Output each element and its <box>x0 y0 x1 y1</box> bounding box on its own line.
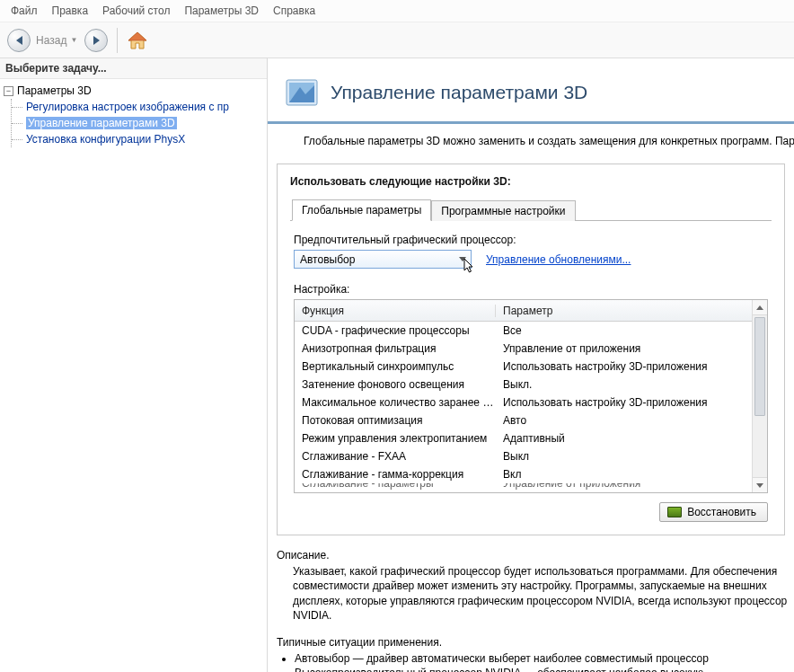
scroll-up-button[interactable] <box>753 300 767 315</box>
manage-updates-link[interactable]: Управление обновлениями... <box>486 253 631 266</box>
description-block: Описание. Указывает, какой графический п… <box>268 535 794 672</box>
nav-toolbar: Назад ▼ <box>0 22 794 58</box>
cell-function: Потоковая оптимизация <box>295 414 496 427</box>
svg-marker-1 <box>128 32 146 40</box>
page-title: Управление параметрами 3D <box>331 82 587 103</box>
tree-item-adjust-image[interactable]: Регулировка настроек изображения с пр <box>26 101 229 113</box>
table-row[interactable]: Сглаживание - гамма-коррекцияВкл <box>295 465 767 483</box>
usage-bullets: Автовыбор — драйвер автоматически выбере… <box>282 651 790 672</box>
back-label: Назад <box>36 34 66 47</box>
cell-parameter: Адаптивный <box>496 432 767 445</box>
cell-function: Максимальное количество заранее под... <box>295 396 496 409</box>
restore-button[interactable]: Восстановить <box>659 502 768 522</box>
cell-parameter: Выкл <box>496 450 767 463</box>
chevron-down-icon <box>455 252 469 266</box>
tree-item-physx[interactable]: Установка конфигурации PhysX <box>26 133 185 146</box>
table-row[interactable]: Затенение фонового освещенияВыкл. <box>295 376 767 393</box>
tree-collapse-icon[interactable]: − <box>4 86 13 96</box>
menu-bar: Файл Правка Рабочий стол Параметры 3D Сп… <box>0 0 794 22</box>
menu-desktop[interactable]: Рабочий стол <box>97 3 175 19</box>
table-scrollbar[interactable] <box>752 300 767 492</box>
tree-item-manage-3d[interactable]: Управление параметрами 3D <box>26 117 177 129</box>
arrow-left-icon <box>16 36 22 45</box>
cell-parameter: Управление от приложения <box>496 483 767 492</box>
table-row[interactable]: Сглаживание - FXAAВыкл <box>295 447 767 465</box>
tree-root-3d[interactable]: Параметры 3D <box>17 84 92 97</box>
panel-title: Использовать следующие настройки 3D: <box>290 175 772 188</box>
cell-function: Режим управления электропитанием <box>295 432 496 445</box>
nav-tree: − Параметры 3D Регулировка настроек изоб… <box>0 79 267 147</box>
sidebar-title: Выберите задачу... <box>0 58 267 79</box>
scroll-thumb[interactable] <box>754 317 765 416</box>
tab-global[interactable]: Глобальные параметры <box>292 199 431 221</box>
cell-parameter: Использовать настройку 3D-приложения <box>496 360 767 373</box>
description-title: Описание. <box>277 548 790 562</box>
cell-parameter: Авто <box>496 414 767 427</box>
cell-parameter: Выкл. <box>496 378 767 391</box>
settings-table-label: Настройка: <box>294 283 768 296</box>
toolbar-separator <box>117 28 118 53</box>
cell-function: Сглаживание - гамма-коррекция <box>295 468 496 481</box>
cell-parameter: Все <box>496 324 767 337</box>
settings-tabs: Глобальные параметры Программные настрой… <box>290 199 772 221</box>
forward-button[interactable] <box>84 29 108 52</box>
home-button[interactable] <box>127 31 148 50</box>
back-button[interactable] <box>7 29 31 52</box>
page-header-icon <box>284 75 320 111</box>
settings-table: Функция Параметр CUDA - графические проц… <box>294 299 768 493</box>
table-row[interactable]: Максимальное количество заранее под...Ис… <box>295 393 767 411</box>
description-body: Указывает, какой графический процессор б… <box>277 564 790 623</box>
usage-bullet: Высокопроизводительный процессор NVIDIA … <box>295 666 790 672</box>
nvidia-icon <box>667 507 682 517</box>
restore-button-label: Восстановить <box>687 506 756 518</box>
column-parameter[interactable]: Параметр <box>496 305 767 317</box>
menu-help[interactable]: Справка <box>268 3 321 19</box>
column-function[interactable]: Функция <box>295 305 496 317</box>
back-dropdown-icon[interactable]: ▼ <box>70 36 77 44</box>
cell-parameter: Вкл <box>496 468 767 481</box>
table-row[interactable]: Сглаживание - параметрыУправление от при… <box>295 483 767 492</box>
page-intro: Глобальные параметры 3D можно заменить и… <box>268 124 794 158</box>
scroll-down-button[interactable] <box>753 477 767 492</box>
table-row[interactable]: Режим управления электропитаниемАдаптивн… <box>295 429 767 447</box>
tab-program[interactable]: Программные настройки <box>431 200 575 221</box>
menu-edit[interactable]: Правка <box>47 3 94 19</box>
gpu-select[interactable]: Автовыбор <box>294 250 472 269</box>
cell-function: Сглаживание - FXAA <box>295 450 496 463</box>
menu-3d[interactable]: Параметры 3D <box>179 3 264 19</box>
settings-panel: Использовать следующие настройки 3D: Гло… <box>277 164 785 535</box>
menu-file[interactable]: Файл <box>5 3 43 19</box>
cell-function: Сглаживание - параметры <box>295 483 496 492</box>
gpu-select-value: Автовыбор <box>300 253 355 266</box>
cell-function: Затенение фонового освещения <box>295 378 496 391</box>
table-row[interactable]: Потоковая оптимизацияАвто <box>295 411 767 429</box>
cell-parameter: Управление от приложения <box>496 342 767 355</box>
cell-parameter: Использовать настройку 3D-приложения <box>496 396 767 409</box>
table-row[interactable]: Вертикальный синхроимпульсИспользовать н… <box>295 358 767 376</box>
cell-function: Анизотропная фильтрация <box>295 342 496 355</box>
task-sidebar: Выберите задачу... − Параметры 3D Регули… <box>0 58 268 672</box>
usage-bullet: Автовыбор — драйвер автоматически выбере… <box>295 651 790 666</box>
cell-function: CUDA - графические процессоры <box>295 324 496 337</box>
usage-title: Типичные ситуации применения. <box>277 635 790 650</box>
table-row[interactable]: Анизотропная фильтрацияУправление от при… <box>295 340 767 358</box>
gpu-select-label: Предпочтительный графический процессор: <box>294 234 768 246</box>
cell-function: Вертикальный синхроимпульс <box>295 360 496 373</box>
table-row[interactable]: CUDA - графические процессорыВсе <box>295 322 767 340</box>
content-pane: Управление параметрами 3D Глобальные пар… <box>268 58 794 672</box>
arrow-right-icon <box>93 36 100 45</box>
